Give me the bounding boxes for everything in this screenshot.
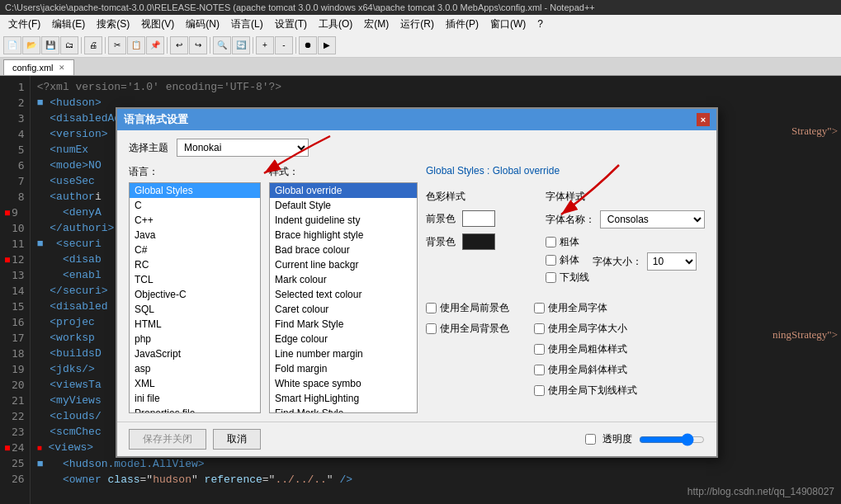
global-under-row: 使用全局下划线样式	[534, 384, 637, 398]
toolbar-copy[interactable]: 📋	[127, 36, 145, 54]
lang-sql[interactable]: SQL	[130, 302, 260, 317]
toolbar-cut[interactable]: ✂	[108, 36, 126, 54]
toolbar-undo[interactable]: ↩	[170, 36, 188, 54]
toolbar-redo[interactable]: ↪	[189, 36, 207, 54]
lang-php[interactable]: php	[130, 332, 260, 346]
language-list[interactable]: Global Styles C C++ Java C# RC TCL Objec…	[129, 182, 261, 413]
toolbar-zoomin[interactable]: +	[256, 36, 274, 54]
menu-encode[interactable]: 编码(N)	[181, 16, 224, 32]
style-indent[interactable]: Indent guideline sty	[270, 213, 417, 228]
lang-java[interactable]: Java	[130, 228, 260, 243]
global-fg-row: 使用全局前景色	[426, 301, 509, 315]
lang-cpp[interactable]: C++	[130, 213, 260, 228]
style-mark[interactable]: Mark colour	[270, 272, 417, 287]
global-fontsize-checkbox[interactable]	[534, 323, 545, 334]
toolbar-saveall[interactable]: 🗂	[60, 36, 78, 54]
global-bg-checkbox[interactable]	[426, 323, 437, 334]
menu-settings[interactable]: 设置(T)	[270, 16, 312, 32]
styles-panel: 样式： Global override Default Style Indent…	[269, 165, 418, 413]
menu-macro[interactable]: 宏(M)	[359, 16, 394, 32]
toolbar-save[interactable]: 💾	[41, 36, 59, 54]
style-whitespace[interactable]: White space symbo	[270, 376, 417, 391]
style-fold[interactable]: Fold margin	[270, 361, 417, 376]
menu-file[interactable]: 文件(F)	[3, 16, 45, 32]
lang-csharp[interactable]: C#	[130, 243, 260, 257]
style-find-mark2[interactable]: Find Mark Style	[270, 406, 417, 413]
theme-select[interactable]: Monokai Default Obsidian Zenburn	[177, 139, 309, 157]
global-under-checkbox[interactable]	[534, 385, 545, 396]
code-line-25: ■ <hudson.model.AllView>	[37, 456, 834, 472]
lang-asp[interactable]: asp	[130, 361, 260, 376]
lang-tcl[interactable]: TCL	[130, 272, 260, 287]
tab-close-btn[interactable]: ✕	[59, 64, 65, 72]
style-line-num[interactable]: Line number margin	[270, 346, 417, 361]
tab-label: config.xml	[12, 63, 54, 73]
style-brace-hi[interactable]: Brace highlight style	[270, 228, 417, 243]
style-bad-brace[interactable]: Bad brace colour	[270, 243, 417, 257]
language-format-dialog[interactable]: 语言格式设置 × 选择主题 Monokai Default Obsidian Z…	[116, 107, 718, 458]
font-size-select[interactable]: 10 8 9 11 12	[647, 252, 697, 271]
lang-global-styles[interactable]: Global Styles	[130, 183, 260, 198]
tab-config-xml[interactable]: config.xml ✕	[3, 59, 74, 75]
font-name-select[interactable]: Consolas Arial Courier New	[600, 210, 705, 228]
underline-checkbox[interactable]	[546, 272, 556, 283]
menu-help[interactable]: ?	[532, 17, 548, 31]
style-find-mark[interactable]: Find Mark Style	[270, 317, 417, 332]
toolbar-replace[interactable]: 🔄	[232, 36, 250, 54]
style-caret[interactable]: Caret colour	[270, 302, 417, 317]
style-edge[interactable]: Edge colour	[270, 332, 417, 346]
toolbar-paste[interactable]: 📌	[146, 36, 164, 54]
global-font-checkbox[interactable]	[534, 303, 545, 313]
toolbar-zoomout[interactable]: -	[275, 36, 293, 54]
transparency-slider[interactable]	[639, 433, 705, 446]
toolbar-find[interactable]: 🔍	[213, 36, 231, 54]
global-bold-row: 使用全局粗体样式	[534, 342, 637, 356]
styles-list[interactable]: Global override Default Style Indent gui…	[269, 182, 418, 413]
toolbar-macro[interactable]: ⏺	[299, 36, 317, 54]
global-fg-checkbox[interactable]	[426, 303, 437, 313]
global-bold-checkbox[interactable]	[534, 344, 545, 355]
dialog-close-button[interactable]: ×	[697, 113, 710, 126]
menu-window[interactable]: 窗口(W)	[485, 16, 531, 32]
italic-checkbox[interactable]	[546, 255, 556, 266]
lang-xml[interactable]: XML	[130, 376, 260, 391]
lang-objc[interactable]: Objective-C	[130, 287, 260, 302]
menu-edit[interactable]: 编辑(E)	[47, 16, 90, 32]
style-current-line[interactable]: Current line backgr	[270, 257, 417, 272]
lang-properties[interactable]: Properties file	[130, 406, 260, 413]
style-selected[interactable]: Selected text colour	[270, 287, 417, 302]
transparency-checkbox[interactable]	[585, 434, 596, 445]
style-default[interactable]: Default Style	[270, 198, 417, 213]
menu-view[interactable]: 视图(V)	[136, 16, 179, 32]
foreground-label: 前景色	[426, 212, 456, 226]
underline-checkbox-row: 下划线	[546, 271, 705, 285]
style-global-override[interactable]: Global override	[270, 183, 417, 198]
menu-run[interactable]: 运行(R)	[395, 16, 439, 32]
lang-html[interactable]: HTML	[130, 317, 260, 332]
lang-rc[interactable]: RC	[130, 257, 260, 272]
theme-row: 选择主题 Monokai Default Obsidian Zenburn	[129, 139, 705, 157]
background-row: 背景色	[426, 233, 532, 250]
save-close-button[interactable]: 保存并关闭	[129, 429, 206, 450]
toolbar-run[interactable]: ▶	[318, 36, 336, 54]
toolbar-open[interactable]: 📂	[22, 36, 40, 54]
sep6	[295, 37, 296, 54]
global-italic-checkbox[interactable]	[534, 365, 545, 375]
menu-plugins[interactable]: 插件(P)	[441, 16, 484, 32]
menu-search[interactable]: 搜索(S)	[92, 16, 135, 32]
global-bg-label: 使用全局背景色	[440, 322, 509, 336]
lang-c[interactable]: C	[130, 198, 260, 213]
style-smart-hi[interactable]: Smart HighLighting	[270, 391, 417, 406]
cancel-button[interactable]: 取消	[213, 429, 261, 450]
lang-js[interactable]: JavaScript	[130, 346, 260, 361]
toolbar-print[interactable]: 🖨	[84, 36, 102, 54]
menu-language[interactable]: 语言(L)	[226, 16, 268, 32]
menu-tools[interactable]: 工具(O)	[314, 16, 357, 32]
toolbar-new[interactable]: 📄	[3, 36, 21, 54]
lang-ini[interactable]: ini file	[130, 391, 260, 406]
bold-checkbox[interactable]	[546, 237, 556, 247]
dialog-main-content: 语言： Global Styles C C++ Java C# RC TCL O…	[129, 165, 705, 413]
title-text: C:\Users\jackie\apache-tomcat-3.0.0\RELE…	[5, 2, 595, 12]
background-swatch[interactable]	[462, 233, 495, 250]
foreground-swatch[interactable]	[462, 210, 495, 227]
